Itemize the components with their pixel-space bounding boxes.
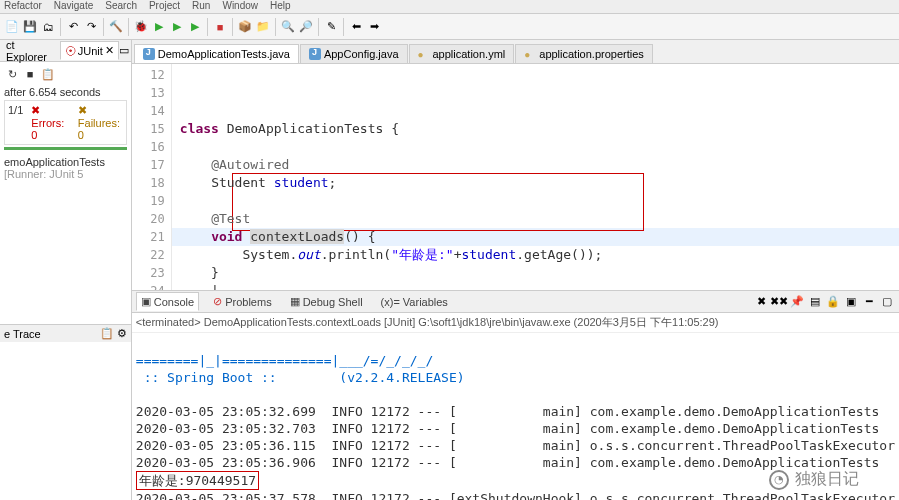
properties-file-icon xyxy=(524,48,536,60)
pin-console-icon[interactable]: 📌 xyxy=(789,294,805,310)
yml-file-icon xyxy=(418,48,430,60)
line-gutter: 12131415161718192021222324 xyxy=(132,64,172,290)
toggle-mark-icon[interactable]: ✎ xyxy=(323,19,339,35)
terminated-label: <terminated> DemoApplicationTests.contex… xyxy=(132,313,899,333)
forward-icon[interactable]: ➡ xyxy=(366,19,382,35)
run-last-icon[interactable]: ▶ xyxy=(169,19,185,35)
minimize-panel-icon[interactable]: ━ xyxy=(861,294,877,310)
console-tab[interactable]: ▣Console xyxy=(136,292,199,311)
stop-icon[interactable]: ■ xyxy=(212,19,228,35)
save-icon[interactable]: 💾 xyxy=(22,19,38,35)
menu-item[interactable]: Run xyxy=(192,0,210,13)
menu-bar: Refactor Navigate Search Project Run Win… xyxy=(0,0,899,14)
variables-tab[interactable]: (x)=Variables xyxy=(377,294,452,310)
errors-count: ✖ Errors: 0 xyxy=(31,104,70,141)
watermark: ◔ 独狼日记 xyxy=(769,469,859,490)
search-icon[interactable]: 🔎 xyxy=(298,19,314,35)
debug-shell-tab[interactable]: ▦Debug Shell xyxy=(286,293,367,310)
java-file-icon xyxy=(143,48,155,60)
maximize-panel-icon[interactable]: ▢ xyxy=(879,294,895,310)
failures-count: ✖ Failures: 0 xyxy=(78,104,123,141)
debug-shell-icon: ▦ xyxy=(290,295,300,308)
minimize-icon[interactable]: ▭ xyxy=(119,44,129,57)
remove-all-icon[interactable]: ✖✖ xyxy=(771,294,787,310)
show-console-icon[interactable]: ▣ xyxy=(843,294,859,310)
menu-item[interactable]: Project xyxy=(149,0,180,13)
test-tree-node[interactable]: emoApplicationTests [Runner: JUnit 5 xyxy=(4,156,127,180)
editor-tab-properties[interactable]: application.properties xyxy=(515,44,653,63)
menu-item[interactable]: Window xyxy=(222,0,258,13)
runs-count: 1/1 xyxy=(8,104,23,141)
run-icon[interactable]: ▶ xyxy=(151,19,167,35)
filter-icon[interactable]: ⚙ xyxy=(117,327,127,339)
wechat-icon: ◔ xyxy=(769,470,789,490)
progress-bar xyxy=(4,147,127,150)
console-icon: ▣ xyxy=(141,295,151,308)
redo-icon[interactable]: ↷ xyxy=(83,19,99,35)
menu-item[interactable]: Navigate xyxy=(54,0,93,13)
undo-icon[interactable]: ↶ xyxy=(65,19,81,35)
editor-tabs: DemoApplicationTests.java AppConfig.java… xyxy=(132,40,899,64)
editor-tab-demo[interactable]: DemoApplicationTests.java xyxy=(134,44,299,63)
coverage-icon[interactable]: ▶ xyxy=(187,19,203,35)
rerun-icon[interactable]: ↻ xyxy=(4,66,20,82)
finished-label: after 6.654 seconds xyxy=(4,86,127,98)
clear-console-icon[interactable]: ✖ xyxy=(753,294,769,310)
close-icon[interactable]: ✕ xyxy=(105,44,114,57)
main-toolbar: 📄 💾 🗂 ↶ ↷ 🔨 🐞 ▶ ▶ ▶ ■ 📦 📁 🔍 🔎 ✎ ⬅ ➡ xyxy=(0,14,899,40)
problems-tab[interactable]: ⊘Problems xyxy=(209,293,275,310)
new-class-icon[interactable]: 📦 xyxy=(237,19,253,35)
save-all-icon[interactable]: 🗂 xyxy=(40,19,56,35)
project-explorer-tab[interactable]: ct Explorer xyxy=(2,37,60,65)
scroll-lock-icon[interactable]: 🔒 xyxy=(825,294,841,310)
history-icon[interactable]: 📋 xyxy=(40,66,56,82)
stop-test-icon[interactable]: ■ xyxy=(22,66,38,82)
debug-icon[interactable]: 🐞 xyxy=(133,19,149,35)
open-type-icon[interactable]: 🔍 xyxy=(280,19,296,35)
editor-tab-yml[interactable]: application.yml xyxy=(409,44,515,63)
display-console-icon[interactable]: ▤ xyxy=(807,294,823,310)
menu-item[interactable]: Help xyxy=(270,0,291,13)
editor-tab-appconfig[interactable]: AppConfig.java xyxy=(300,44,408,63)
junit-tab[interactable]: 🞊JUnit ✕ xyxy=(60,41,119,60)
problems-icon: ⊘ xyxy=(213,295,222,308)
build-icon[interactable]: 🔨 xyxy=(108,19,124,35)
java-file-icon xyxy=(309,48,321,60)
code-editor[interactable]: 12131415161718192021222324 class DemoApp… xyxy=(132,64,899,290)
menu-item[interactable]: Refactor xyxy=(4,0,42,13)
variables-icon: (x)= xyxy=(381,296,400,308)
output-highlight: 年龄是:970449517 xyxy=(136,471,259,490)
compare-icon[interactable]: 📋 xyxy=(100,327,114,339)
new-package-icon[interactable]: 📁 xyxy=(255,19,271,35)
menu-item[interactable]: Search xyxy=(105,0,137,13)
back-icon[interactable]: ⬅ xyxy=(348,19,364,35)
left-panel: ct Explorer 🞊JUnit ✕ ▭ ↻ ■ 📋 after 6.654… xyxy=(0,40,132,500)
failure-trace-label: e Trace xyxy=(4,328,41,340)
new-icon[interactable]: 📄 xyxy=(4,19,20,35)
